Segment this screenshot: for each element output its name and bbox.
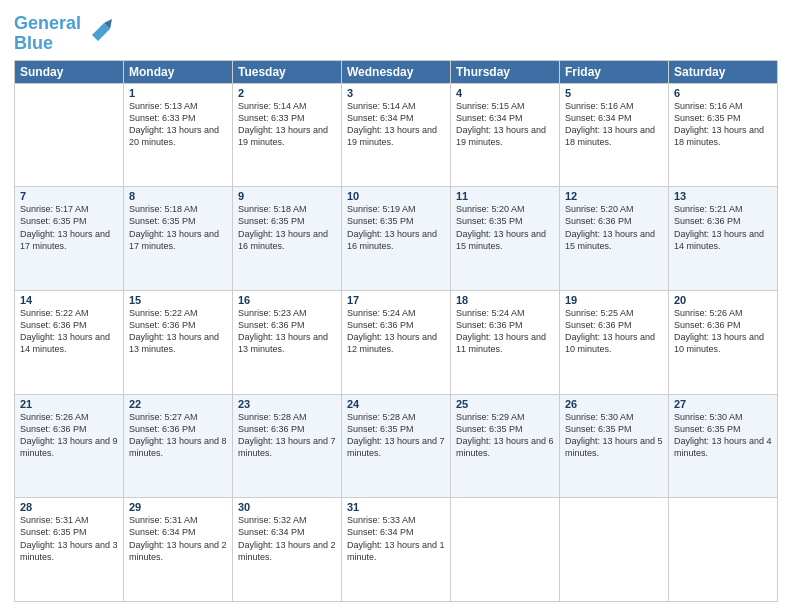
day-info: Sunrise: 5:25 AMSunset: 6:36 PMDaylight:… xyxy=(565,308,655,354)
day-info: Sunrise: 5:17 AMSunset: 6:35 PMDaylight:… xyxy=(20,204,110,250)
logo: General Blue xyxy=(14,14,114,54)
col-sunday: Sunday xyxy=(15,60,124,83)
day-info: Sunrise: 5:24 AMSunset: 6:36 PMDaylight:… xyxy=(347,308,437,354)
day-cell: 11Sunrise: 5:20 AMSunset: 6:35 PMDayligh… xyxy=(451,187,560,291)
day-cell: 30Sunrise: 5:32 AMSunset: 6:34 PMDayligh… xyxy=(233,498,342,602)
day-cell: 31Sunrise: 5:33 AMSunset: 6:34 PMDayligh… xyxy=(342,498,451,602)
day-info: Sunrise: 5:22 AMSunset: 6:36 PMDaylight:… xyxy=(129,308,219,354)
day-info: Sunrise: 5:24 AMSunset: 6:36 PMDaylight:… xyxy=(456,308,546,354)
day-number: 10 xyxy=(347,190,445,202)
day-cell: 9Sunrise: 5:18 AMSunset: 6:35 PMDaylight… xyxy=(233,187,342,291)
day-cell: 27Sunrise: 5:30 AMSunset: 6:35 PMDayligh… xyxy=(669,394,778,498)
day-info: Sunrise: 5:21 AMSunset: 6:36 PMDaylight:… xyxy=(674,204,764,250)
day-cell xyxy=(15,83,124,187)
day-cell: 7Sunrise: 5:17 AMSunset: 6:35 PMDaylight… xyxy=(15,187,124,291)
day-cell: 12Sunrise: 5:20 AMSunset: 6:36 PMDayligh… xyxy=(560,187,669,291)
day-number: 13 xyxy=(674,190,772,202)
day-number: 28 xyxy=(20,501,118,513)
day-number: 14 xyxy=(20,294,118,306)
day-number: 24 xyxy=(347,398,445,410)
day-number: 21 xyxy=(20,398,118,410)
day-info: Sunrise: 5:23 AMSunset: 6:36 PMDaylight:… xyxy=(238,308,328,354)
day-number: 23 xyxy=(238,398,336,410)
day-cell: 18Sunrise: 5:24 AMSunset: 6:36 PMDayligh… xyxy=(451,290,560,394)
day-cell: 24Sunrise: 5:28 AMSunset: 6:35 PMDayligh… xyxy=(342,394,451,498)
day-info: Sunrise: 5:16 AMSunset: 6:34 PMDaylight:… xyxy=(565,101,655,147)
day-cell: 8Sunrise: 5:18 AMSunset: 6:35 PMDaylight… xyxy=(124,187,233,291)
day-cell: 23Sunrise: 5:28 AMSunset: 6:36 PMDayligh… xyxy=(233,394,342,498)
week-row-1: 1Sunrise: 5:13 AMSunset: 6:33 PMDaylight… xyxy=(15,83,778,187)
day-cell: 29Sunrise: 5:31 AMSunset: 6:34 PMDayligh… xyxy=(124,498,233,602)
day-info: Sunrise: 5:28 AMSunset: 6:35 PMDaylight:… xyxy=(347,412,445,458)
day-number: 12 xyxy=(565,190,663,202)
day-number: 6 xyxy=(674,87,772,99)
day-info: Sunrise: 5:26 AMSunset: 6:36 PMDaylight:… xyxy=(20,412,118,458)
day-cell: 6Sunrise: 5:16 AMSunset: 6:35 PMDaylight… xyxy=(669,83,778,187)
day-info: Sunrise: 5:18 AMSunset: 6:35 PMDaylight:… xyxy=(238,204,328,250)
day-info: Sunrise: 5:20 AMSunset: 6:36 PMDaylight:… xyxy=(565,204,655,250)
week-row-2: 7Sunrise: 5:17 AMSunset: 6:35 PMDaylight… xyxy=(15,187,778,291)
day-info: Sunrise: 5:27 AMSunset: 6:36 PMDaylight:… xyxy=(129,412,227,458)
day-number: 15 xyxy=(129,294,227,306)
day-number: 2 xyxy=(238,87,336,99)
week-row-3: 14Sunrise: 5:22 AMSunset: 6:36 PMDayligh… xyxy=(15,290,778,394)
logo-icon xyxy=(84,15,114,45)
day-cell: 4Sunrise: 5:15 AMSunset: 6:34 PMDaylight… xyxy=(451,83,560,187)
day-cell: 20Sunrise: 5:26 AMSunset: 6:36 PMDayligh… xyxy=(669,290,778,394)
day-cell: 19Sunrise: 5:25 AMSunset: 6:36 PMDayligh… xyxy=(560,290,669,394)
day-cell: 17Sunrise: 5:24 AMSunset: 6:36 PMDayligh… xyxy=(342,290,451,394)
day-info: Sunrise: 5:32 AMSunset: 6:34 PMDaylight:… xyxy=(238,515,336,561)
week-row-5: 28Sunrise: 5:31 AMSunset: 6:35 PMDayligh… xyxy=(15,498,778,602)
day-info: Sunrise: 5:19 AMSunset: 6:35 PMDaylight:… xyxy=(347,204,437,250)
day-number: 31 xyxy=(347,501,445,513)
logo-general: General xyxy=(14,13,81,33)
day-cell: 26Sunrise: 5:30 AMSunset: 6:35 PMDayligh… xyxy=(560,394,669,498)
day-number: 29 xyxy=(129,501,227,513)
day-number: 3 xyxy=(347,87,445,99)
col-wednesday: Wednesday xyxy=(342,60,451,83)
logo-text: General Blue xyxy=(14,14,81,54)
day-cell xyxy=(451,498,560,602)
calendar-table: Sunday Monday Tuesday Wednesday Thursday… xyxy=(14,60,778,602)
day-number: 8 xyxy=(129,190,227,202)
day-number: 11 xyxy=(456,190,554,202)
day-number: 9 xyxy=(238,190,336,202)
day-cell: 13Sunrise: 5:21 AMSunset: 6:36 PMDayligh… xyxy=(669,187,778,291)
col-friday: Friday xyxy=(560,60,669,83)
day-info: Sunrise: 5:30 AMSunset: 6:35 PMDaylight:… xyxy=(565,412,663,458)
day-number: 25 xyxy=(456,398,554,410)
day-info: Sunrise: 5:22 AMSunset: 6:36 PMDaylight:… xyxy=(20,308,110,354)
day-number: 4 xyxy=(456,87,554,99)
day-cell: 22Sunrise: 5:27 AMSunset: 6:36 PMDayligh… xyxy=(124,394,233,498)
day-info: Sunrise: 5:15 AMSunset: 6:34 PMDaylight:… xyxy=(456,101,546,147)
day-cell: 14Sunrise: 5:22 AMSunset: 6:36 PMDayligh… xyxy=(15,290,124,394)
day-info: Sunrise: 5:33 AMSunset: 6:34 PMDaylight:… xyxy=(347,515,445,561)
day-number: 20 xyxy=(674,294,772,306)
day-cell: 28Sunrise: 5:31 AMSunset: 6:35 PMDayligh… xyxy=(15,498,124,602)
day-cell xyxy=(560,498,669,602)
page: General Blue Sunday Monday Tuesday xyxy=(0,0,792,612)
day-cell: 10Sunrise: 5:19 AMSunset: 6:35 PMDayligh… xyxy=(342,187,451,291)
day-info: Sunrise: 5:31 AMSunset: 6:34 PMDaylight:… xyxy=(129,515,227,561)
day-cell: 16Sunrise: 5:23 AMSunset: 6:36 PMDayligh… xyxy=(233,290,342,394)
day-number: 30 xyxy=(238,501,336,513)
day-info: Sunrise: 5:26 AMSunset: 6:36 PMDaylight:… xyxy=(674,308,764,354)
day-info: Sunrise: 5:18 AMSunset: 6:35 PMDaylight:… xyxy=(129,204,219,250)
day-number: 1 xyxy=(129,87,227,99)
day-number: 5 xyxy=(565,87,663,99)
day-cell xyxy=(669,498,778,602)
day-info: Sunrise: 5:16 AMSunset: 6:35 PMDaylight:… xyxy=(674,101,764,147)
day-number: 17 xyxy=(347,294,445,306)
day-info: Sunrise: 5:14 AMSunset: 6:34 PMDaylight:… xyxy=(347,101,437,147)
week-row-4: 21Sunrise: 5:26 AMSunset: 6:36 PMDayligh… xyxy=(15,394,778,498)
day-cell: 21Sunrise: 5:26 AMSunset: 6:36 PMDayligh… xyxy=(15,394,124,498)
day-number: 7 xyxy=(20,190,118,202)
day-number: 18 xyxy=(456,294,554,306)
day-number: 16 xyxy=(238,294,336,306)
day-cell: 2Sunrise: 5:14 AMSunset: 6:33 PMDaylight… xyxy=(233,83,342,187)
col-tuesday: Tuesday xyxy=(233,60,342,83)
day-info: Sunrise: 5:31 AMSunset: 6:35 PMDaylight:… xyxy=(20,515,118,561)
day-info: Sunrise: 5:30 AMSunset: 6:35 PMDaylight:… xyxy=(674,412,772,458)
col-saturday: Saturday xyxy=(669,60,778,83)
day-cell: 1Sunrise: 5:13 AMSunset: 6:33 PMDaylight… xyxy=(124,83,233,187)
